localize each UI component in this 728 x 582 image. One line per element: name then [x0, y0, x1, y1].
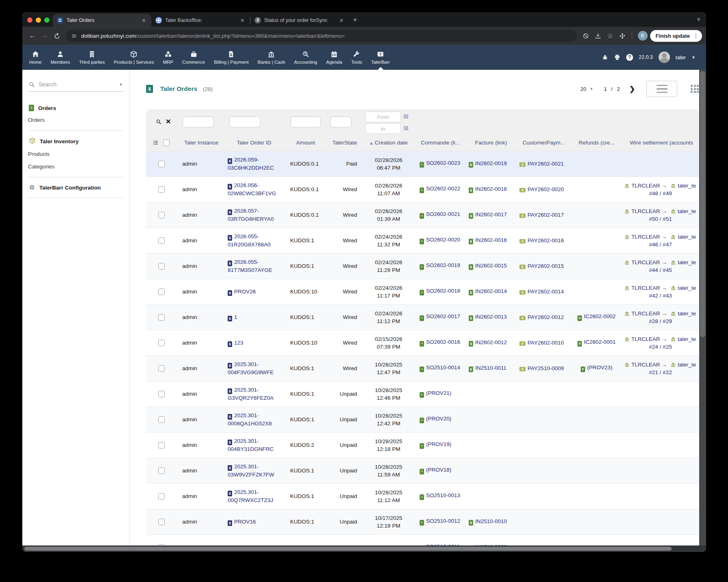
facture-link[interactable]: IN2510-0011 — [475, 365, 506, 371]
column-customer-payment[interactable]: CustomerPaym... — [516, 135, 571, 151]
filter-order-id-input[interactable] — [229, 116, 261, 127]
commande-link[interactable]: SO2510-0014 — [426, 364, 460, 371]
commande-link[interactable]: SO2602-0016 — [426, 339, 460, 345]
address-bar[interactable]: dolibarr.potuzhnyi.com/custom/talerbarr/… — [66, 30, 577, 42]
close-tab-icon[interactable]: ✕ — [140, 17, 147, 24]
close-window-button[interactable] — [27, 17, 32, 23]
wire-target-bank-link[interactable]: taler_te — [678, 362, 696, 368]
reload-button[interactable] — [51, 30, 63, 42]
filter-date-from-input[interactable]: From — [365, 112, 401, 122]
row-checkbox[interactable] — [158, 391, 165, 397]
filter-date-to-input[interactable]: to — [365, 123, 401, 134]
calendar-icon[interactable] — [403, 113, 409, 121]
facture-link[interactable]: IN2602-0014 — [475, 288, 507, 294]
page-size-select[interactable]: 20 — [580, 86, 586, 92]
nav-item-agenda[interactable]: Agenda — [322, 45, 347, 70]
new-tab-button[interactable]: + — [353, 16, 357, 24]
commande-link[interactable]: SO2602-0023 — [426, 160, 460, 166]
commande-link[interactable]: SO2602-0022 — [426, 185, 460, 192]
vertical-scrollbar-thumb[interactable] — [700, 71, 705, 337]
tab-search-chevron-icon[interactable]: ∨ — [697, 16, 700, 22]
debug-bug-icon[interactable] — [602, 54, 608, 60]
column-amount[interactable]: Amount — [284, 135, 327, 151]
filter-talerstate-input[interactable] — [330, 116, 351, 127]
finish-update-button[interactable]: Finish update⋮ — [650, 30, 702, 42]
sidebar-item-products[interactable]: Products — [28, 148, 124, 160]
sidebar-search[interactable]: Search ▼ — [29, 81, 123, 92]
content-blocked-icon[interactable] — [580, 30, 592, 42]
commande-link[interactable]: SO2602-0017 — [426, 313, 460, 319]
order-id-link[interactable]: 2025.301-0008QA1HG52X8 — [228, 412, 272, 427]
horizontal-scrollbar-thumb[interactable] — [24, 547, 672, 551]
search-dropdown-caret-icon[interactable]: ▼ — [119, 82, 123, 87]
facture-link[interactable]: IN2602-0012 — [475, 339, 507, 345]
extensions-puzzle-icon[interactable] — [616, 30, 629, 42]
column-select-icon[interactable] — [153, 140, 163, 146]
help-icon[interactable]: ? — [626, 54, 633, 61]
tab-taler-orders[interactable]: D Taler Orders ✕ — [53, 14, 151, 27]
column-creation-date[interactable]: ▲Creation date — [362, 135, 415, 151]
facture-link[interactable]: IN2602-0017 — [475, 211, 507, 218]
grid-view-button[interactable] — [691, 85, 699, 93]
nav-item-members[interactable]: Members — [46, 45, 75, 70]
order-id-link[interactable]: 2025.301-G3VQR2Y6FEZ0A — [228, 387, 274, 401]
column-taler-order-id[interactable]: Taler Order ID — [224, 135, 284, 151]
nav-item-home[interactable]: Home — [25, 45, 46, 70]
payment-link[interactable]: PAY2602-0015 — [528, 263, 564, 269]
commande-link[interactable]: (PROV21) — [426, 390, 451, 396]
facture-link[interactable]: IN2602-0016 — [475, 237, 507, 243]
wire-refs-link[interactable]: #21 / #22 — [649, 369, 672, 375]
column-wire-settlement[interactable]: Wire settlement (accounts — [622, 135, 699, 151]
payment-link[interactable]: PAY2510-0009 — [528, 365, 564, 371]
wire-refs-link[interactable]: #48 / #49 — [649, 190, 672, 196]
wire-refs-link[interactable]: #46 / #47 — [649, 241, 672, 248]
wire-target-bank-link[interactable]: taler_te — [678, 208, 696, 214]
row-checkbox[interactable] — [158, 314, 165, 321]
wire-source-bank-link[interactable]: TLRCLEAR — [631, 285, 660, 291]
close-tab-icon[interactable]: ✕ — [239, 17, 246, 24]
column-talerstate[interactable]: TalerState — [327, 135, 362, 151]
site-settings-icon[interactable] — [71, 33, 77, 39]
wire-target-bank-link[interactable]: taler_te — [678, 310, 696, 317]
sidebar-section-talerbarr-configuration[interactable]: ⚙ TalerBarr Configuration — [28, 181, 124, 194]
vertical-scrollbar[interactable] — [699, 70, 706, 545]
column-commande[interactable]: Commande (li... — [415, 135, 466, 151]
row-checkbox[interactable] — [158, 212, 165, 218]
payment-link[interactable]: PAY2602-0010 — [528, 340, 564, 346]
facture-link[interactable]: IN2602-0013 — [475, 314, 507, 320]
refund-link[interactable]: IC2602-0001 — [584, 339, 616, 345]
commande-link[interactable]: (PROV19) — [426, 441, 451, 447]
payment-link[interactable]: PAY2602-0014 — [528, 289, 564, 295]
nav-item-accounting[interactable]: Accounting — [290, 45, 322, 70]
zoom-window-button[interactable] — [44, 17, 50, 23]
order-id-link[interactable]: 2026.059-03C8HK2DDH2EC — [228, 157, 274, 171]
install-icon[interactable] — [592, 30, 604, 42]
tab-order-status[interactable]: S Status of your order forSync ✕ — [250, 14, 349, 27]
window-controls[interactable] — [27, 17, 50, 23]
wire-target-bank-link[interactable]: taler_te — [678, 259, 696, 265]
user-menu-chevron-icon[interactable]: ▼ — [691, 55, 696, 60]
sidebar-section-orders[interactable]: ≡ Orders — [28, 102, 124, 114]
order-id-link[interactable]: 2025.301-004F3VG9G9WFE — [228, 361, 274, 375]
wire-refs-link[interactable]: #50 / #51 — [649, 216, 672, 222]
payment-link[interactable]: PAY2602-0020 — [528, 186, 564, 192]
row-checkbox[interactable] — [158, 442, 165, 448]
order-id-link[interactable]: 2026.055-81T7M3S07AYGE — [228, 259, 272, 273]
browser-menu-icon[interactable]: ⋮ — [693, 32, 699, 39]
filter-amount-input[interactable] — [291, 116, 321, 127]
commande-link[interactable]: (PROV18) — [426, 467, 451, 473]
facture-link[interactable]: IN2602-0019 — [475, 160, 507, 166]
row-checkbox[interactable] — [158, 493, 165, 500]
order-id-link[interactable]: 2026.055-01R20G8X768A0 — [228, 233, 271, 248]
commande-link[interactable]: SO2602-0021 — [426, 211, 460, 217]
facture-link[interactable]: IN2510-0010 — [475, 518, 507, 524]
search-input[interactable]: Search — [39, 81, 119, 88]
order-id-link[interactable]: 2026.056-02W8CWC3BF1VG — [228, 182, 276, 196]
clear-filter-icon[interactable]: ✕ — [166, 118, 171, 125]
order-id-link[interactable]: PROV26 — [234, 289, 256, 295]
column-taler-instance[interactable]: Taler Instance — [179, 135, 224, 151]
wire-target-bank-link[interactable]: taler_te — [678, 183, 696, 189]
calendar-icon[interactable] — [403, 125, 409, 132]
profile-avatar[interactable]: B — [638, 31, 648, 41]
wire-refs-link[interactable]: #42 / #43 — [649, 293, 672, 299]
